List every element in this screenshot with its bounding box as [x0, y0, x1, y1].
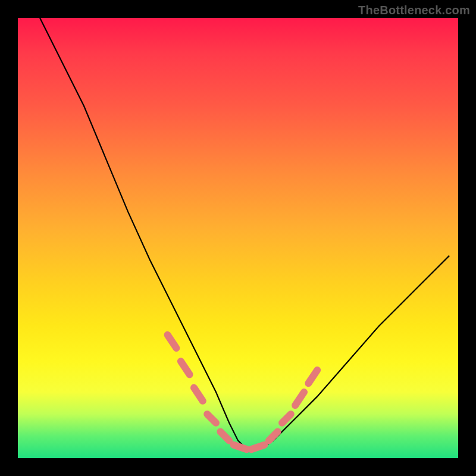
highlight-dash [194, 388, 203, 401]
highlight-dash [269, 432, 278, 441]
watermark-text: TheBottleneck.com [358, 4, 470, 17]
highlight-dashes [168, 335, 318, 449]
highlight-dash [282, 414, 291, 423]
highlight-dash [295, 392, 304, 405]
highlight-dash [251, 445, 264, 449]
highlight-dash [168, 335, 177, 348]
highlight-dash [181, 361, 190, 374]
highlight-dash [207, 414, 216, 423]
curve-svg [18, 18, 458, 458]
highlight-dash [220, 432, 229, 441]
plot-area [18, 18, 458, 458]
highlight-dash [308, 370, 317, 383]
chart-frame: TheBottleneck.com [0, 0, 476, 476]
bottleneck-curve-path [40, 18, 449, 449]
highlight-dash [234, 445, 247, 449]
